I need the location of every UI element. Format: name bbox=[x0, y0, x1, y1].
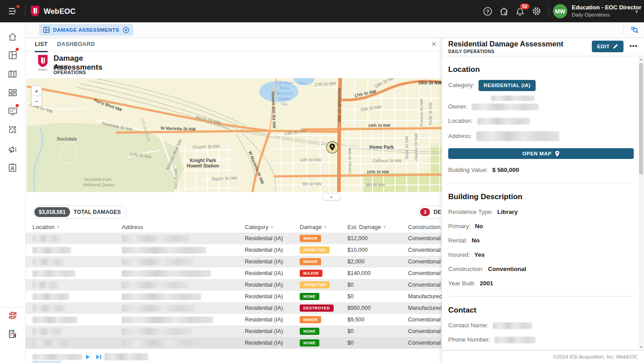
map-label: Curran St NW bbox=[347, 148, 352, 174]
sidebar-item-message-boards[interactable] bbox=[0, 103, 25, 119]
sidebar-item-maps[interactable] bbox=[0, 66, 25, 82]
table-row[interactable]: Residential (IA) NONE $0 Conventional bbox=[25, 325, 442, 337]
column-header-address[interactable]: Address bbox=[122, 221, 143, 233]
map-water-label: Two bbox=[299, 81, 306, 85]
tab-damage-assessments[interactable]: DAMAGE ASSESSMENTS bbox=[39, 24, 133, 36]
cell-construction: Conventional bbox=[408, 267, 441, 279]
column-header-est-damage[interactable]: Est. Damage▲▼ bbox=[347, 221, 386, 233]
settings-gear-icon[interactable] bbox=[528, 0, 545, 22]
logo-caption: WebEOC bbox=[36, 69, 50, 71]
map-label: 9th St NW bbox=[366, 182, 385, 187]
search-boards-icon[interactable] bbox=[630, 26, 639, 35]
cell-location bbox=[33, 337, 73, 349]
cell-damage: NONE bbox=[300, 337, 319, 349]
table-row[interactable]: Residential (IA) DESTROYED $950,000 Manu… bbox=[25, 302, 442, 314]
user-incident: Daily Operations bbox=[572, 11, 641, 19]
cell-category: Residential (IA) bbox=[245, 279, 283, 291]
notifications-icon[interactable]: 53 bbox=[512, 0, 528, 22]
tab-dashboard[interactable]: DASHBOARD bbox=[57, 38, 95, 51]
column-header-construction[interactable]: Construction bbox=[408, 221, 441, 233]
sidebar-item-boards[interactable] bbox=[0, 47, 25, 63]
user-menu[interactable]: Education - EOC Director Daily Operation… bbox=[572, 4, 641, 19]
cell-est-damage: $10,000 bbox=[347, 244, 367, 256]
sidebar-item-dashboards[interactable] bbox=[0, 85, 25, 101]
table-row-selected[interactable]: Residential (IA) NONE $0 Conventional bbox=[25, 337, 442, 349]
collapse-map-button[interactable]: ▲ bbox=[322, 193, 341, 200]
messages-notification-dot bbox=[16, 104, 19, 107]
sidebar-item-organization[interactable] bbox=[0, 326, 25, 342]
next-page-icon[interactable] bbox=[85, 354, 91, 360]
close-panel-icon[interactable]: ✕ bbox=[429, 40, 438, 49]
map-place-label: Home Park bbox=[369, 144, 394, 150]
help-icon[interactable]: ? bbox=[479, 0, 495, 22]
field-primary: Primary: No bbox=[448, 222, 634, 230]
scrollbar-thumb[interactable] bbox=[639, 63, 643, 175]
zoom-in-button[interactable]: + bbox=[31, 85, 42, 96]
last-page-icon[interactable] bbox=[96, 354, 102, 360]
map-label: Baylor St NW bbox=[212, 175, 237, 181]
table-row[interactable]: Residential (IA) MINOR $12,000 Conventio… bbox=[25, 233, 442, 244]
field-owner: Owner: bbox=[448, 103, 634, 110]
cell-location bbox=[33, 244, 71, 256]
notification-count-badge: 53 bbox=[520, 4, 529, 9]
table-row[interactable]: Residential (IA) AFFECTED $0 Conventiona… bbox=[25, 279, 442, 291]
sidebar-item-home[interactable] bbox=[0, 29, 25, 45]
table-row[interactable]: Residential (IA) MINOR $9,500 Convention… bbox=[25, 314, 442, 325]
map-marker-pin[interactable] bbox=[326, 142, 338, 153]
sidebar-item-announcements[interactable] bbox=[0, 141, 25, 157]
map-label: Calhoun St NW bbox=[372, 158, 402, 163]
scrollbar[interactable]: ▲ ▼ bbox=[639, 57, 644, 350]
table-row[interactable]: Residential (IA) MAJOR $140,000 Conventi… bbox=[25, 267, 442, 279]
pencil-icon bbox=[613, 44, 618, 49]
category-badge: RESIDENTIAL (IA) bbox=[479, 80, 535, 91]
cell-address bbox=[122, 291, 201, 302]
more-options-icon[interactable]: ••• bbox=[629, 42, 638, 50]
pagination-link-redacted bbox=[33, 361, 61, 363]
field-rental: Rental: No bbox=[448, 237, 634, 244]
user-avatar[interactable]: MW bbox=[553, 4, 567, 18]
cell-est-damage: $0 bbox=[347, 325, 354, 337]
total-damages-label: TOTAL DAMAGES bbox=[74, 209, 121, 215]
sidebar-item-contacts[interactable] bbox=[0, 160, 25, 176]
cell-est-damage: $140,000 bbox=[347, 267, 371, 279]
chevron-down-icon[interactable]: ▼ bbox=[634, 9, 639, 14]
open-map-button[interactable]: OPEN MAP bbox=[448, 148, 634, 159]
destroyed-filter-chip[interactable]: 3 DESTROYED bbox=[418, 205, 442, 219]
table-row[interactable]: Residential (IA) AFFECTED $10,000 Conven… bbox=[25, 244, 442, 256]
scroll-down-icon[interactable]: ▼ bbox=[639, 346, 644, 349]
table-row[interactable]: Residential (IA) MINOR $2,000 Convention… bbox=[25, 256, 442, 267]
cell-location bbox=[33, 256, 64, 267]
edit-button[interactable]: EDIT bbox=[592, 41, 623, 52]
cell-category: Residential (IA) bbox=[245, 291, 283, 302]
sort-icon: ▲▼ bbox=[271, 225, 273, 229]
cell-construction: Conventional bbox=[408, 256, 441, 267]
damage-badge: MAJOR bbox=[300, 270, 322, 277]
home-settings-icon[interactable] bbox=[496, 0, 512, 22]
damage-badge: NONE bbox=[300, 339, 319, 346]
cell-location bbox=[33, 267, 75, 279]
map-label: Hall Pl NW bbox=[173, 168, 178, 189]
column-header-damage[interactable]: Damage▲▼ bbox=[300, 221, 326, 233]
sidebar-item-agency-network[interactable] bbox=[0, 307, 25, 323]
webeoc-app: WebEOC ? 53 MW Education - EOC Director … bbox=[0, 0, 644, 363]
webeoc-logo bbox=[29, 0, 40, 22]
redacted-block bbox=[448, 94, 634, 102]
cell-address bbox=[122, 337, 204, 349]
damage-badge: NONE bbox=[300, 328, 319, 335]
column-header-location[interactable]: Location▲▼ bbox=[33, 221, 59, 233]
close-tab-icon[interactable] bbox=[123, 27, 129, 33]
map-water-label: Works bbox=[280, 86, 290, 90]
map-view[interactable]: Perry Blvd NW Drew Dr NW Rockdale St NW … bbox=[27, 78, 442, 192]
table-row[interactable]: Residential (IA) NONE $0 Manufactured bbox=[25, 291, 442, 302]
zoom-out-button[interactable]: − bbox=[31, 96, 42, 106]
cell-est-damage: $950,000 bbox=[347, 302, 371, 314]
divider bbox=[123, 25, 123, 34]
sidebar-item-plugins[interactable] bbox=[0, 122, 25, 138]
field-insured: Insured: Yes bbox=[448, 251, 634, 259]
column-header-category[interactable]: Category▲▼ bbox=[245, 221, 273, 233]
cell-location bbox=[33, 325, 62, 337]
menu-collapse-icon[interactable] bbox=[5, 0, 21, 22]
tab-list[interactable]: LIST bbox=[35, 38, 48, 52]
cell-damage: MAJOR bbox=[300, 267, 322, 279]
scroll-up-icon[interactable]: ▲ bbox=[639, 58, 644, 61]
